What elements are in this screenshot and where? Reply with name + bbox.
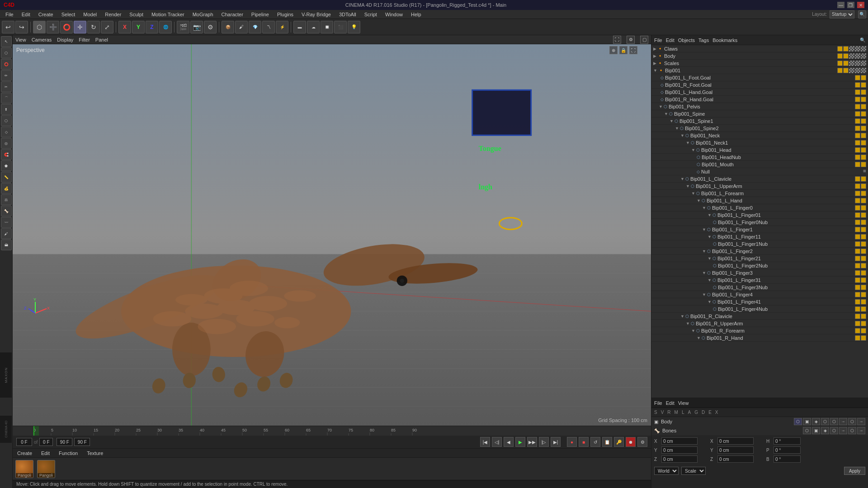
play-reverse-button[interactable]: ◀ [504, 437, 514, 447]
menu-vray[interactable]: V-Ray Bridge [298, 11, 335, 18]
add-object-button[interactable]: ➕ [47, 21, 59, 33]
viewport-menu-panel[interactable]: Panel [95, 37, 108, 42]
floor-button[interactable]: ▬ [293, 21, 306, 33]
menu-file[interactable]: File [2, 11, 17, 18]
tree-item-spine2[interactable]: ▼ ⬡ Bip001_Spine2 [651, 125, 868, 132]
tree-item-r-foot-goal[interactable]: ◇ Bip001_R_Foot.Goal [651, 81, 868, 89]
stop-button[interactable]: ■ [579, 437, 589, 447]
tag-btn-6[interactable]: → [839, 418, 847, 425]
viewport-nav-button[interactable]: ⊕ [609, 46, 618, 54]
undo-button[interactable]: ↩ [2, 21, 14, 33]
tree-item-r-hand[interactable]: ▼ ⬡ Bip001_R_Hand [651, 334, 868, 342]
tree-item-l-finger4[interactable]: ▼ ⬡ Bip001_L_Finger4 [651, 291, 868, 298]
attr-x-size-input[interactable] [717, 437, 754, 445]
attr-menu-edit[interactable]: Edit [666, 400, 675, 406]
loop-button[interactable]: ↺ [590, 437, 600, 447]
weld-button[interactable]: ◎ [1, 138, 12, 149]
material-pangoli-2[interactable]: Pangoli [37, 460, 55, 478]
light-button[interactable]: 💡 [348, 21, 360, 33]
apply-button[interactable]: Apply [844, 467, 865, 475]
extrude-inner-button[interactable]: ⬡ [1, 115, 12, 126]
tree-item-spine[interactable]: ▼ ⬡ Bip001_Spine [651, 110, 868, 117]
tree-item-neck[interactable]: ▼ ⬡ Bip001_Neck [651, 132, 868, 139]
tree-item-head-nub[interactable]: ⬡ Bip001_HeadNub [651, 154, 868, 161]
tree-item-l-finger31[interactable]: ▼ ⬡ Bip001_L_Finger31 [651, 277, 868, 284]
key-button[interactable]: 🔑 [614, 437, 624, 447]
world-dropdown[interactable]: World [654, 467, 679, 475]
tree-item-claws[interactable]: ▶ 🔸 Claws [651, 45, 868, 52]
menu-3dtoall[interactable]: 3DToAll [335, 11, 360, 18]
go-start-button[interactable]: |◀ [480, 437, 490, 447]
menu-help[interactable]: Help [407, 11, 425, 18]
attr-b-input[interactable] [774, 455, 801, 463]
paint-button[interactable]: 🖌 [235, 21, 248, 33]
tag-btn-1[interactable]: ⬡ [794, 418, 802, 425]
viewport-lock-button[interactable]: 🔒 [619, 46, 627, 54]
poly-pen-button[interactable]: ✏ [1, 70, 12, 81]
measure-button[interactable]: 📏 [1, 172, 12, 183]
bones-tag-3[interactable]: ◈ [821, 427, 829, 434]
viewport-canvas[interactable]: Tongue lngh X Y Z Perspective Gri [13, 44, 651, 426]
bones-tag-5[interactable]: → [839, 427, 847, 434]
magnet-button[interactable]: 🧲 [1, 149, 12, 160]
tree-item-spine1[interactable]: ▼ ⬡ Bip001_Spine1 [651, 117, 868, 125]
live-select-button[interactable]: ⬡ [1, 47, 12, 58]
tree-item-l-finger2[interactable]: ▼ ⬡ Bip001_L_Finger2 [651, 248, 868, 255]
start-frame-input[interactable] [39, 438, 53, 446]
bevel-button[interactable]: ◇ [1, 127, 12, 137]
attr-menu-file[interactable]: File [654, 400, 662, 406]
viewport-menu-cameras[interactable]: Cameras [32, 37, 52, 42]
spline-button[interactable]: 〰 [1, 217, 12, 228]
tree-item-l-finger0nub[interactable]: ⬡ Bip001_L_Finger0Nub [651, 219, 868, 226]
render-viewport-button[interactable]: 🎬 [177, 21, 189, 33]
tag-btn-5[interactable]: ⬡ [830, 418, 838, 425]
tree-item-l-finger3nub[interactable]: ⬡ Bip001_L_Finger3Nub [651, 284, 868, 291]
menu-render[interactable]: Render [101, 11, 125, 18]
selection-tool-button[interactable]: ⬡ [33, 21, 46, 33]
obj-menu-tags[interactable]: Tags [698, 38, 709, 43]
menu-mograph[interactable]: MoGraph [189, 11, 217, 18]
select-all-button[interactable]: ↖ [1, 36, 12, 47]
viewport-menu-display[interactable]: Display [57, 37, 73, 42]
render-to-pic-button[interactable]: 📷 [190, 21, 203, 33]
tree-item-l-finger01[interactable]: ▼ ⬡ Bip001_L_Finger01 [651, 211, 868, 219]
terrain-button[interactable]: 🏔 [1, 239, 12, 250]
material-pangoli-1[interactable]: Pangoli [15, 460, 33, 478]
tree-item-r-forearm[interactable]: ▼ ⬡ Bip001_R_Forearm [651, 327, 868, 334]
tree-item-l-finger21[interactable]: ▼ ⬡ Bip001_L_Finger21 [651, 255, 868, 262]
tree-item-r-hand-goal[interactable]: ◇ Bip001_R_Hand.Goal [651, 96, 868, 103]
tree-item-scales[interactable]: ▶ 🔸 Scales [651, 60, 868, 67]
attr-z-size-input[interactable] [717, 455, 754, 463]
circle-tool-button[interactable]: ⭕ [60, 21, 73, 33]
knife-button[interactable]: ✂ [1, 81, 12, 92]
obj-menu-bookmarks[interactable]: Bookmarks [712, 38, 737, 43]
minimize-button[interactable]: — [837, 2, 844, 8]
tree-item-null[interactable]: ◇ Null ⊞ [651, 168, 868, 175]
menu-model[interactable]: Model [80, 11, 100, 18]
tree-item-l-finger1[interactable]: ▼ ⬡ Bip001_L_Finger1 [651, 226, 868, 233]
tag-btn-7[interactable]: ⬡ [848, 418, 856, 425]
preview-end-input[interactable] [57, 438, 72, 446]
menu-character[interactable]: Character [218, 11, 247, 18]
obj-menu-edit[interactable]: Edit [666, 38, 675, 43]
bones-tag-1[interactable]: ⬡ [803, 427, 811, 434]
tag-btn-3[interactable]: ◈ [812, 418, 820, 425]
viewport-expand-button[interactable]: ⛶ [613, 36, 621, 44]
tree-item-body[interactable]: ▶ 🔸 Body [651, 52, 868, 60]
tree-item-l-finger2nub[interactable]: ⬡ Bip001_L_Finger2Nub [651, 262, 868, 269]
motion-record-button[interactable]: ⚙ [637, 437, 647, 447]
attr-menu-view[interactable]: View [678, 400, 689, 406]
tag-btn-4[interactable]: ⬡ [821, 418, 829, 425]
tree-item-pelvis[interactable]: ▼ ⬡ Bip001_Pelvis [651, 103, 868, 110]
viewport-fullscreen-button[interactable]: ⛶ [629, 46, 637, 54]
tree-item-l-foot-goal[interactable]: ◇ Bip001_L_Foot.Goal [651, 74, 868, 81]
attr-y-size-input[interactable] [717, 446, 754, 454]
y-axis-button[interactable]: Y [132, 21, 145, 33]
prev-key-button[interactable]: ◁| [492, 437, 502, 447]
tree-item-r-clavicle[interactable]: ▼ ⬡ Bip001_R_Clavicle [651, 313, 868, 320]
tree-item-l-finger11[interactable]: ▼ ⬡ Bip001_L_Finger11 [651, 233, 868, 240]
sky-button[interactable]: ☁ [307, 21, 320, 33]
attr-x-pos-input[interactable] [661, 437, 698, 445]
tree-item-r-upper-arm[interactable]: ▼ ⬡ Bip001_R_UpperArm [651, 320, 868, 327]
tree-item-l-finger1nub[interactable]: ⬡ Bip001_L_Finger1Nub [651, 240, 868, 248]
